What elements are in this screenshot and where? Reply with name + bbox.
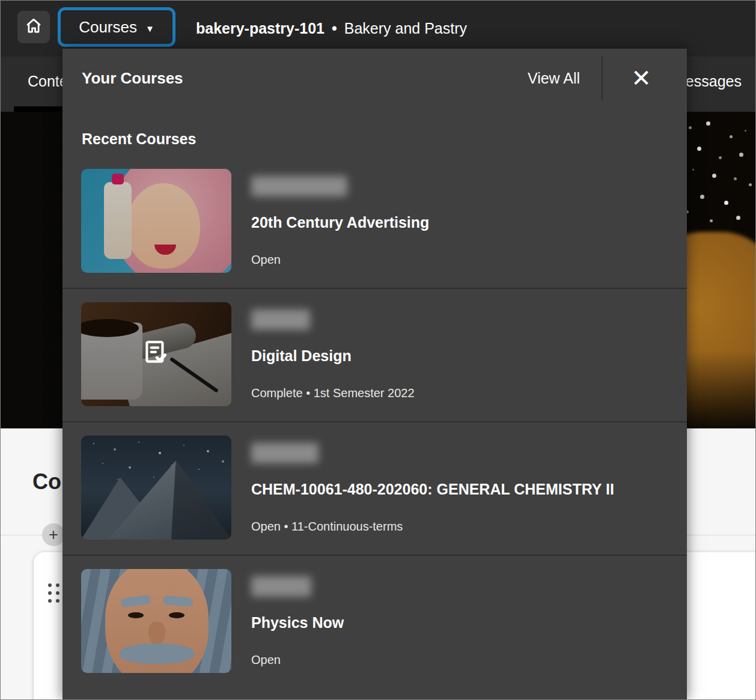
course-thumbnail-chemistry bbox=[81, 436, 231, 540]
course-thumbnail-advertising bbox=[81, 169, 231, 273]
course-status: Complete • 1st Semester 2022 bbox=[251, 385, 415, 401]
panel-header: Your Courses View All ✕ bbox=[62, 49, 687, 108]
course-id-redacted bbox=[251, 176, 347, 196]
breadcrumb-course-id: bakery-pastry-101 bbox=[196, 20, 325, 37]
course-title: Digital Design bbox=[251, 345, 415, 366]
course-thumbnail-digital-design bbox=[81, 302, 231, 406]
course-info: 20th Century Advertising Open bbox=[251, 169, 429, 273]
course-thumbnail-physics bbox=[81, 569, 231, 673]
document-check-icon bbox=[141, 338, 171, 371]
home-button[interactable] bbox=[17, 11, 50, 43]
course-info: CHEM-10061-480-202060: GENERAL CHEMISTRY… bbox=[251, 436, 614, 540]
course-title: 20th Century Advertising bbox=[251, 212, 429, 233]
breadcrumb-course-title: Bakery and Pastry bbox=[344, 20, 467, 37]
course-status: Open • 11-Continuous-terms bbox=[251, 519, 614, 535]
course-info: Digital Design Complete • 1st Semester 2… bbox=[251, 302, 415, 406]
close-button[interactable]: ✕ bbox=[626, 62, 657, 94]
panel-title: Your Courses bbox=[82, 69, 528, 88]
course-id-redacted bbox=[251, 309, 310, 330]
course-info: Physics Now Open bbox=[251, 569, 344, 673]
course-row-chemistry[interactable]: CHEM-10061-480-202060: GENERAL CHEMISTRY… bbox=[62, 421, 687, 555]
hero-pastry-image bbox=[683, 112, 755, 428]
breadcrumb-separator: • bbox=[332, 20, 337, 37]
course-status: Open bbox=[251, 652, 344, 668]
app-window: Courses ▼ bakery-pastry-101 • Bakery and… bbox=[0, 0, 756, 700]
view-all-link[interactable]: View All bbox=[528, 70, 580, 87]
course-id-redacted bbox=[251, 443, 319, 463]
course-status: Open bbox=[251, 252, 429, 268]
add-content-button[interactable]: + bbox=[42, 523, 65, 546]
course-title: CHEM-10061-480-202060: GENERAL CHEMISTRY… bbox=[251, 479, 614, 499]
close-icon: ✕ bbox=[631, 66, 651, 90]
drag-handle-icon[interactable] bbox=[48, 583, 61, 604]
chevron-down-icon: ▼ bbox=[145, 23, 154, 34]
courses-menu-button[interactable]: Courses ▼ bbox=[58, 7, 175, 47]
home-icon bbox=[25, 17, 43, 37]
course-row-physics[interactable]: Physics Now Open bbox=[62, 555, 687, 688]
courses-menu-label: Courses bbox=[79, 18, 137, 37]
course-row-digital-design[interactable]: Digital Design Complete • 1st Semester 2… bbox=[62, 288, 687, 421]
course-row-advertising[interactable]: 20th Century Advertising Open bbox=[62, 156, 687, 288]
hero-bottom-shade bbox=[683, 350, 755, 428]
your-courses-panel: Your Courses View All ✕ Recent Courses 2… bbox=[62, 49, 687, 700]
plus-icon: + bbox=[49, 527, 58, 543]
course-list: 20th Century Advertising Open bbox=[62, 156, 687, 688]
course-title: Physics Now bbox=[251, 612, 344, 633]
header-divider bbox=[602, 56, 603, 100]
recent-courses-heading: Recent Courses bbox=[82, 130, 196, 148]
course-id-redacted bbox=[251, 576, 311, 597]
